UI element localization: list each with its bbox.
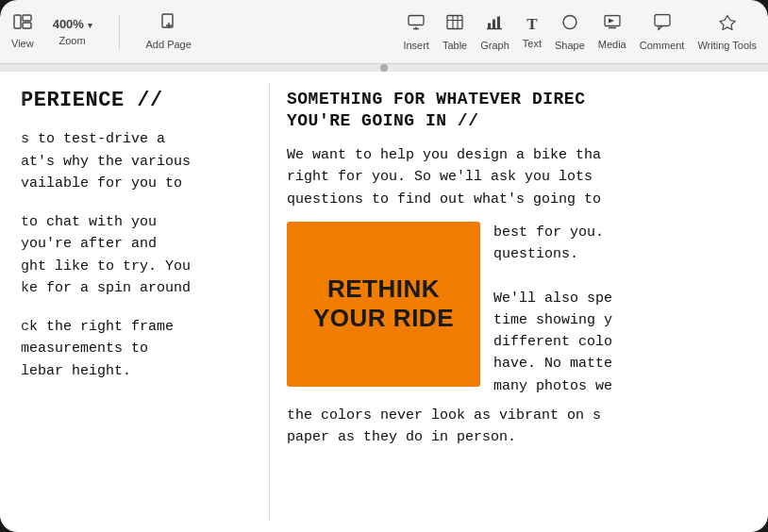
writingtools-icon: [719, 13, 736, 35]
ruler-handle[interactable]: [380, 64, 388, 72]
right-column: SOMETHING FOR WHATEVER DIRECYOU'RE GOING…: [270, 72, 768, 532]
toolbar-left: View 400% ▾ Zoom Add Page: [11, 13, 192, 50]
right-bottom-text: the colors never look as vibrant on s pa…: [287, 405, 755, 449]
svg-rect-1: [23, 15, 31, 21]
media-button[interactable]: Media: [598, 14, 626, 49]
left-para-3: ck the right framemeasurements tolebar h…: [21, 316, 254, 382]
text-label: Text: [523, 38, 542, 49]
shape-icon: [561, 13, 578, 35]
text-button[interactable]: T Text: [523, 15, 542, 49]
comment-label: Comment: [640, 39, 685, 50]
left-para-2: to chat with youyou're after andght like…: [21, 211, 254, 299]
text-icon: T: [526, 15, 537, 34]
right-heading: SOMETHING FOR WHATEVER DIRECYOU'RE GOING…: [287, 89, 755, 131]
right-side-text: best for you.questions. We'll also speti…: [493, 222, 755, 397]
addpage-label: Add Page: [146, 39, 192, 50]
svg-rect-15: [497, 16, 500, 28]
toolbar-separator: [119, 15, 120, 49]
view-label: View: [11, 38, 34, 49]
zoom-label: Zoom: [59, 35, 86, 46]
orange-box-text: RETHINK YOUR RIDE: [313, 274, 454, 333]
svg-rect-0: [14, 15, 21, 28]
media-icon: [604, 14, 621, 34]
svg-rect-14: [493, 19, 495, 28]
insert-icon: [408, 13, 425, 35]
comment-button[interactable]: Comment: [640, 13, 685, 50]
content-area: PERIENCE // s to test-drive aat's why th…: [0, 72, 768, 532]
insert-label: Insert: [403, 39, 429, 50]
svg-rect-9: [447, 15, 462, 28]
orange-box: RETHINK YOUR RIDE: [287, 222, 480, 387]
svg-rect-13: [488, 23, 491, 28]
shape-label: Shape: [555, 39, 585, 50]
view-icon: [13, 14, 32, 34]
insert-button[interactable]: Insert: [403, 13, 429, 50]
left-para-1: s to test-drive aat's why the variousvai…: [21, 128, 254, 194]
device-frame: View 400% ▾ Zoom Add Page: [0, 0, 768, 532]
view-button[interactable]: View: [11, 14, 34, 49]
toolbar-right: Insert Table: [403, 13, 757, 50]
table-icon: [446, 13, 463, 35]
table-label: Table: [442, 39, 467, 50]
writingtools-button[interactable]: Writing Tools: [697, 13, 757, 50]
comment-icon: [654, 13, 671, 35]
addpage-button[interactable]: Add Page: [146, 13, 192, 50]
addpage-icon: [160, 13, 177, 35]
svg-rect-2: [23, 23, 31, 28]
writingtools-label: Writing Tools: [697, 39, 757, 50]
orange-box-section: RETHINK YOUR RIDE best for you.questions…: [287, 222, 755, 397]
zoom-icon: 400% ▾: [53, 17, 92, 31]
graph-label: Graph: [480, 39, 509, 50]
svg-rect-20: [655, 14, 670, 25]
left-heading: PERIENCE //: [21, 89, 254, 113]
ruler-bar[interactable]: [0, 64, 768, 72]
media-label: Media: [598, 38, 626, 49]
right-intro: We want to help you design a bike tharig…: [287, 144, 755, 210]
toolbar: View 400% ▾ Zoom Add Page: [0, 0, 768, 64]
zoom-button[interactable]: 400% ▾ Zoom: [53, 17, 92, 46]
graph-button[interactable]: Graph: [480, 13, 509, 50]
svg-rect-6: [409, 15, 424, 25]
shape-button[interactable]: Shape: [555, 13, 585, 50]
svg-point-17: [563, 15, 576, 28]
left-column: PERIENCE // s to test-drive aat's why th…: [0, 72, 269, 532]
graph-icon: [486, 13, 503, 35]
table-button[interactable]: Table: [442, 13, 467, 50]
